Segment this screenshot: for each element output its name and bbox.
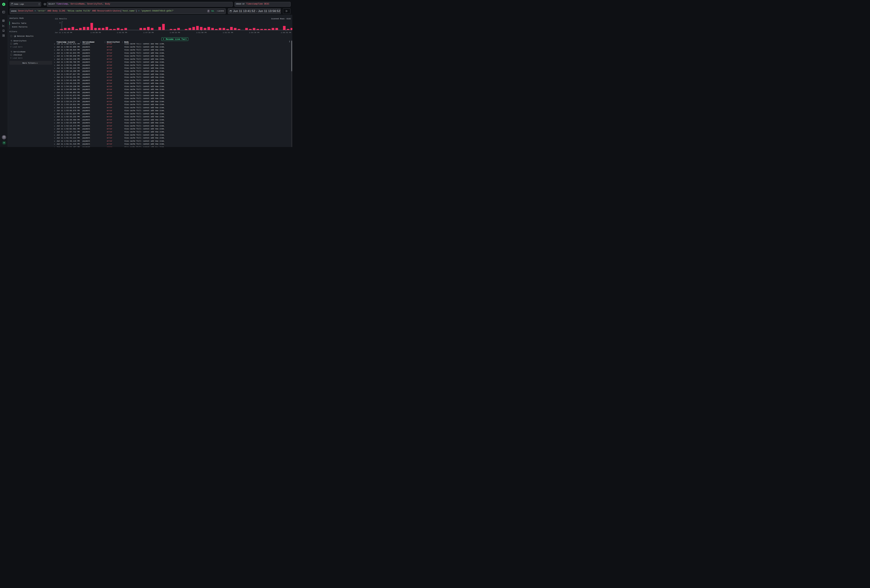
svg-text:1:54:30 PM: 1:54:30 PM (249, 32, 259, 34)
svg-text:1:52:45 PM: 1:52:45 PM (223, 32, 233, 34)
svg-text:1:47:30 PM: 1:47:30 PM (143, 32, 153, 34)
svg-text:1:44:00 PM: 1:44:00 PM (91, 32, 101, 34)
svg-text:1:51:00 PM: 1:51:00 PM (196, 32, 207, 34)
svg-text:8: 8 (60, 22, 61, 24)
svg-text:1:56:45 PM: 1:56:45 PM (281, 32, 291, 34)
svg-text:0: 0 (60, 29, 61, 31)
svg-text:1:45:45 PM: 1:45:45 PM (117, 32, 127, 34)
svg-text:Jun 11 1:41:45 PM: Jun 11 1:41:45 PM (55, 32, 72, 34)
svg-text:1:49:15 PM: 1:49:15 PM (170, 32, 180, 34)
